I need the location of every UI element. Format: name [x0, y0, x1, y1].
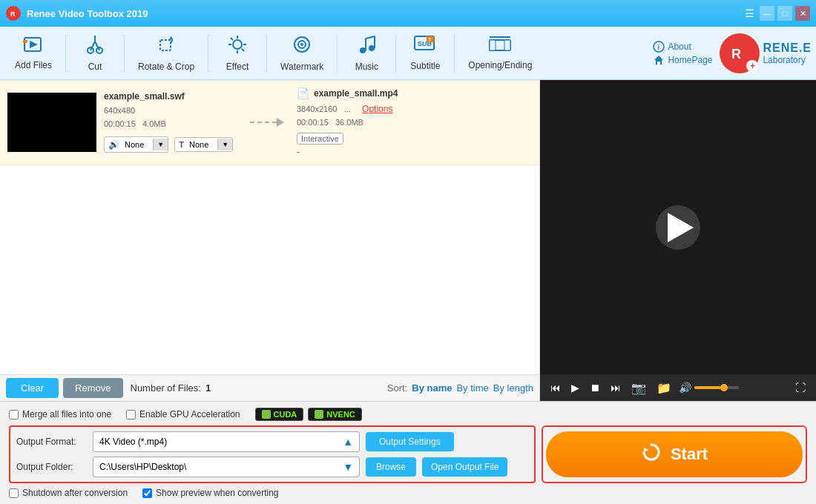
settings-row1: Merge all files into one Enable GPU Acce… — [9, 408, 807, 421]
file-list: example_small.swf 640x480 00:00:15 4.0MB… — [0, 80, 539, 374]
arrow-svg — [249, 111, 286, 133]
volume-slider[interactable] — [694, 386, 739, 389]
toolbar-music[interactable]: Music — [340, 31, 392, 75]
browse-button[interactable]: Browse — [366, 457, 416, 477]
output-duration-size: 00:00:15 36.0MB — [297, 116, 532, 130]
options-link[interactable]: Options — [362, 104, 392, 114]
output-settings-button[interactable]: Output Settings — [366, 432, 454, 451]
volume-fill — [694, 386, 721, 389]
output-folder-label: Output Folder: — [16, 462, 87, 472]
output-status-row: Interactive — [297, 133, 532, 144]
shutdown-checkbox-label[interactable]: Shutdown after conversion — [9, 488, 128, 498]
brand-logo: R + — [720, 33, 760, 73]
brand-plus-badge: + — [746, 60, 758, 72]
settings-row2: Output Format: 4K Video (*.mp4) ▲ Output… — [9, 425, 807, 483]
rotate-crop-icon — [156, 34, 177, 60]
brand-area: i About HomePage R + — [653, 33, 812, 73]
toolbar: Add Files Cut — [0, 27, 816, 80]
volume-icon: 🔊 — [679, 382, 691, 394]
merge-checkbox-label[interactable]: Merge all files into one — [9, 409, 111, 420]
svg-text:T: T — [428, 37, 432, 42]
svg-point-11 — [233, 40, 242, 49]
toolbar-divider-5 — [337, 35, 338, 72]
gpu-checkbox-label[interactable]: Enable GPU Acceleration — [126, 409, 240, 420]
skip-back-button[interactable]: ⏮ — [547, 380, 564, 395]
sort-by-name[interactable]: By name — [412, 382, 452, 394]
toolbar-effect[interactable]: Effect — [211, 31, 263, 75]
gpu-checkbox[interactable] — [126, 410, 136, 420]
toolbar-cut[interactable]: Cut — [69, 31, 121, 75]
svg-rect-32 — [504, 40, 510, 50]
minimize-button[interactable]: — — [760, 6, 774, 21]
open-output-button[interactable]: Open Output File — [422, 457, 507, 477]
text-dropdown-arrow[interactable]: ▼ — [217, 139, 232, 150]
toolbar-effect-label: Effect — [226, 62, 249, 72]
audio-icon: 🔊 — [105, 137, 123, 152]
nvenc-logo-icon — [315, 410, 323, 419]
app-window: R Renee Video Toolbox 2019 ☰ — □ ✕ Add F… — [0, 0, 816, 504]
maximize-button[interactable]: □ — [777, 6, 792, 21]
output-format-value: 4K Video (*.mp4) — [99, 437, 167, 447]
toolbar-divider-1 — [65, 35, 66, 72]
toolbar-add-files[interactable]: Add Files — [4, 33, 62, 73]
titlebar-left: R Renee Video Toolbox 2019 — [6, 6, 148, 21]
open-folder-button[interactable]: 📁 — [654, 379, 674, 397]
start-button[interactable]: Start — [546, 431, 803, 477]
close-button[interactable]: ✕ — [795, 6, 810, 21]
text-dropdown-value: None — [188, 138, 217, 151]
folder-select-arrow-icon: ▼ — [343, 461, 353, 473]
format-select-arrow-icon: ▲ — [343, 436, 353, 448]
audio-dropdown-arrow[interactable]: ▼ — [153, 139, 168, 150]
skip-forward-button[interactable]: ⏭ — [608, 380, 624, 395]
audio-dropdown-wrapper[interactable]: 🔊 None ▼ — [104, 136, 168, 153]
output-filename: example_small.mp4 — [314, 88, 398, 99]
menu-icon[interactable]: ☰ — [742, 6, 757, 21]
toolbar-cut-label: Cut — [88, 62, 102, 72]
svg-text:R: R — [10, 10, 16, 18]
brand-name: RENE.E Laboratory — [763, 42, 812, 65]
svg-line-25 — [366, 36, 375, 39]
music-icon — [356, 34, 377, 60]
toolbar-opening-ending[interactable]: Opening/Ending — [458, 33, 542, 73]
merge-checkbox[interactable] — [9, 410, 19, 420]
output-format-row: Output Format: 4K Video (*.mp4) ▲ Output… — [16, 431, 528, 452]
text-dropdown-wrapper[interactable]: T None ▼ — [174, 137, 233, 152]
stop-button[interactable]: ⏹ — [587, 380, 603, 395]
app-title: Renee Video Toolbox 2019 — [27, 8, 148, 19]
toolbar-subtitle[interactable]: SUB T Subtitle — [399, 32, 451, 74]
play-pause-button[interactable]: ▶ — [568, 380, 582, 395]
audio-dropdown-value: None — [123, 138, 153, 151]
output-file-icon: 📄 — [297, 87, 309, 99]
play-button-large[interactable] — [656, 205, 700, 250]
sort-by-time[interactable]: By time — [456, 382, 488, 394]
about-link[interactable]: i About — [653, 41, 712, 53]
homepage-link[interactable]: HomePage — [653, 54, 712, 66]
sort-by-length[interactable]: By length — [493, 382, 533, 394]
opening-ending-icon — [488, 36, 512, 59]
effect-icon — [227, 34, 248, 60]
toolbar-watermark[interactable]: Watermark — [270, 31, 334, 75]
toolbar-rotate-crop[interactable]: Rotate & Crop — [128, 31, 205, 75]
sort-area: Sort: By name By time By length — [387, 382, 533, 394]
source-duration-size: 00:00:15 4.0MB — [104, 118, 237, 131]
gpu-accel-label: Enable GPU Acceleration — [139, 409, 240, 420]
start-section: Start — [542, 425, 807, 483]
clear-button[interactable]: Clear — [6, 378, 59, 398]
video-controls-bar: ⏮ ▶ ⏹ ⏭ 📷 📁 🔊 ⛶ — [540, 374, 816, 401]
remove-button[interactable]: Remove — [63, 378, 122, 398]
shutdown-checkbox[interactable] — [9, 488, 19, 498]
output-format-select[interactable]: 4K Video (*.mp4) ▲ — [93, 431, 360, 452]
left-panel: example_small.swf 640x480 00:00:15 4.0MB… — [0, 80, 540, 401]
expand-button[interactable]: ⛶ — [792, 380, 809, 395]
output-folder-select[interactable]: C:\Users\HP\Desktop\ ▼ — [93, 457, 360, 477]
show-preview-checkbox[interactable] — [142, 488, 152, 498]
svg-rect-31 — [490, 40, 496, 50]
show-preview-checkbox-label[interactable]: Show preview when converting — [142, 488, 278, 498]
file-source-info: example_small.swf 640x480 00:00:15 4.0MB… — [104, 91, 237, 153]
output-dash: - — [297, 147, 532, 157]
cuda-logo-icon — [262, 410, 271, 419]
screenshot-button[interactable]: 📷 — [628, 379, 649, 397]
volume-control: 🔊 — [679, 382, 739, 394]
nvenc-badge: NVENC — [308, 408, 362, 421]
convert-arrow — [245, 111, 289, 133]
